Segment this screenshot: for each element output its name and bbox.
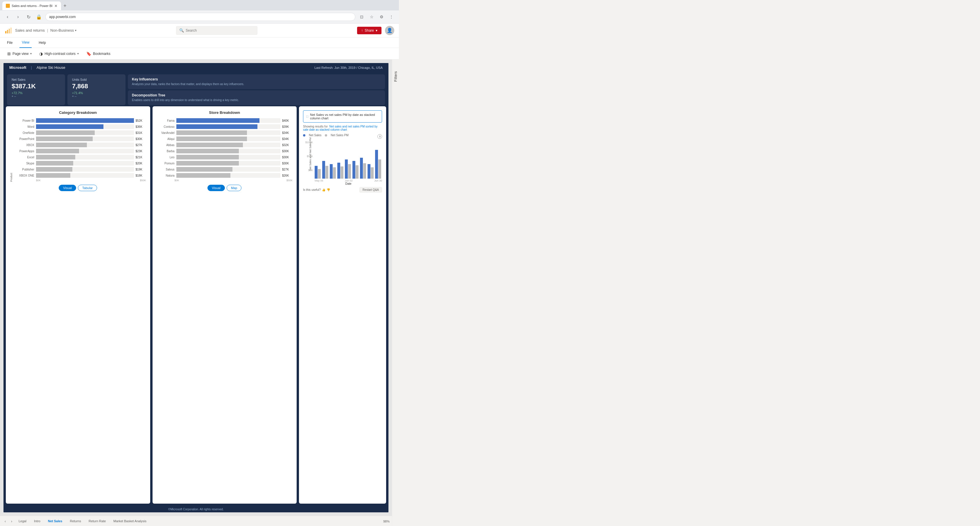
page-view-button[interactable]: ⊞ Page view ▾ <box>5 50 34 57</box>
cat-bar-label: Power BI <box>14 119 34 122</box>
menu-icon[interactable]: ⋮ <box>387 13 395 21</box>
extension-icon[interactable]: ⚙ <box>377 13 385 21</box>
menu-view[interactable]: View <box>19 38 32 48</box>
tab-returns[interactable]: Returns <box>66 516 84 526</box>
qa-bar-group[interactable] <box>330 164 337 179</box>
category-bar-row[interactable]: Skype $20K <box>14 161 146 165</box>
store-bar-container <box>177 149 281 153</box>
store-bar-value: $40K <box>282 119 293 122</box>
menu-help[interactable]: Help <box>36 38 48 48</box>
qa-bar-gray <box>378 159 381 179</box>
share-button[interactable]: ↑ Share ▾ <box>357 27 382 34</box>
close-tab-button[interactable]: ✕ <box>54 4 57 8</box>
user-avatar[interactable]: 👤 <box>385 26 394 35</box>
cat-bar-value: $19K <box>136 168 146 171</box>
search-icon: 🔍 <box>179 28 184 33</box>
active-tab[interactable]: Sales and returns - Power BI ✕ <box>2 2 61 10</box>
store-bar-container <box>177 155 281 159</box>
store-bar-row[interactable]: Barba $30K <box>157 149 293 153</box>
tab-intro[interactable]: Intro <box>30 516 44 526</box>
cat-bar-container <box>36 173 134 178</box>
qa-bar-group[interactable] <box>315 166 321 179</box>
category-bar-row[interactable]: OneNote $31K <box>14 130 146 135</box>
qa-bar-group[interactable] <box>360 158 367 179</box>
category-tabular-button[interactable]: Tabular <box>78 185 97 191</box>
tab-market-basket[interactable]: Market Basket Analysis <box>110 516 150 526</box>
high-contrast-label: High-contrast colors <box>45 52 76 56</box>
tab-legal[interactable]: Legal <box>15 516 30 526</box>
thumbdown-button[interactable]: 👎 <box>326 188 330 191</box>
filters-label[interactable]: Filters <box>394 71 398 82</box>
qa-bar-blue <box>330 164 332 179</box>
tab-title: Sales and returns - Power BI <box>12 4 52 8</box>
category-bar-row[interactable]: XBOX ONE $18K <box>14 173 146 178</box>
pbi-app: Sales and returns | Non-Business ▾ 🔍 ↑ S… <box>0 24 399 526</box>
bookmark-icon[interactable]: ☆ <box>368 13 375 21</box>
store-bar-row[interactable]: Contoso $39K <box>157 124 293 129</box>
bookmarks-button[interactable]: 🔖 Bookmarks <box>84 50 113 57</box>
cat-bar-value: $23K <box>136 149 146 153</box>
store-bar-label: Contoso <box>157 125 175 129</box>
search-box[interactable]: 🔍 <box>176 26 258 35</box>
menu-file[interactable]: File <box>5 38 15 48</box>
new-tab-button[interactable]: + <box>61 2 69 10</box>
category-bar-row[interactable]: PowerApps $23K <box>14 149 146 153</box>
category-bar-row[interactable]: Power BI $52K <box>14 118 146 123</box>
category-visual-button[interactable]: Visual <box>59 185 76 191</box>
workspace-chevron[interactable]: ▾ <box>75 29 76 32</box>
store-bar-row[interactable]: Aliqui $34K <box>157 137 293 141</box>
qa-bar-group[interactable] <box>345 159 352 179</box>
reload-button[interactable]: ↻ <box>24 13 33 21</box>
store-bar-row[interactable]: Salvus $27K <box>157 167 293 172</box>
tab-nav-prev[interactable]: ‹ <box>2 518 8 524</box>
qa-bar-group[interactable] <box>352 161 360 179</box>
store-bar-fill <box>177 124 258 129</box>
qa-bar-group[interactable] <box>368 164 374 179</box>
tab-nav-next[interactable]: › <box>9 518 14 524</box>
qa-bar-group[interactable] <box>322 161 329 179</box>
cat-bar-label: PowerApps <box>14 149 34 153</box>
address-input[interactable] <box>45 13 355 21</box>
legend-net-sales-pm-dot <box>325 134 327 137</box>
qa-x-label-3: Jun 30 <box>374 179 382 182</box>
info-icon[interactable]: ℹ <box>377 134 382 139</box>
cast-icon[interactable]: ⊡ <box>358 13 366 21</box>
store-bar-row[interactable]: Natura $26K <box>157 173 293 178</box>
kpi-units-change: +71.4% <box>72 91 121 95</box>
tab-net-sales[interactable]: Net Sales <box>45 516 66 526</box>
qa-bar-blue <box>375 150 378 179</box>
qa-x-axis-title: Date <box>303 182 382 185</box>
store-chart-panel: Store Breakdown Fama $40K Contoso $39K V… <box>153 106 297 504</box>
cat-bar-container <box>36 161 134 165</box>
back-button[interactable]: ‹ <box>3 13 12 21</box>
breadcrumb-workspace[interactable]: Non-Business <box>50 28 74 33</box>
category-bar-row[interactable]: Word $36K <box>14 124 146 129</box>
qa-input-box[interactable]: □ Net Sales vs net sales PM by date as s… <box>303 110 382 122</box>
store-visual-button[interactable]: Visual <box>207 185 225 191</box>
header-divider: | <box>31 66 32 70</box>
cat-bar-container <box>36 149 134 153</box>
qa-bar-blue <box>360 158 363 179</box>
category-bar-row[interactable]: XBOX $27K <box>14 143 146 147</box>
search-input[interactable] <box>186 29 254 33</box>
category-bar-row[interactable]: Publisher $19K <box>14 167 146 172</box>
high-contrast-button[interactable]: ◑ High-contrast colors ▾ <box>37 50 81 57</box>
qa-bar-group[interactable] <box>337 163 344 179</box>
forward-button[interactable]: › <box>14 13 22 21</box>
tab-return-rate[interactable]: Return Rate <box>85 516 109 526</box>
store-map-button[interactable]: Map <box>227 185 242 191</box>
store-bar-row[interactable]: Pomum $30K <box>157 161 293 165</box>
thumbup-button[interactable]: 👍 <box>322 188 325 191</box>
qa-bar-blue <box>368 164 371 179</box>
restart-qa-button[interactable]: Restart Q&A <box>360 187 382 192</box>
store-bar-row[interactable]: Leo $30K <box>157 155 293 159</box>
category-bar-row[interactable]: PowerPoint $30K <box>14 137 146 141</box>
category-bar-row[interactable]: Excel $21K <box>14 155 146 159</box>
qa-bar-group[interactable] <box>375 150 382 179</box>
store-bar-row[interactable]: Fama $40K <box>157 118 293 123</box>
store-bar-value: $26K <box>282 174 293 177</box>
store-bar-row[interactable]: VanArsdel $34K <box>157 130 293 135</box>
store-bar-row[interactable]: Abbas $32K <box>157 143 293 147</box>
feature-decomp-tree[interactable]: Decomposition Tree Enables users to dril… <box>128 91 385 105</box>
feature-key-influencers[interactable]: Key Influencers Analyzes your data, rank… <box>128 74 385 89</box>
